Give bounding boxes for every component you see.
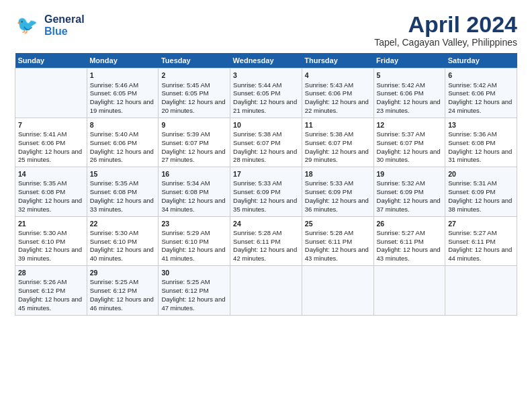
table-row: 14Sunrise: 5:35 AMSunset: 6:08 PMDayligh…: [15, 167, 517, 216]
day-number: 28: [18, 268, 84, 277]
col-sunday: Sunday: [15, 53, 87, 68]
logo-label: General Blue: [44, 13, 85, 37]
table-header-row: Sunday Monday Tuesday Wednesday Thursday…: [15, 53, 517, 68]
logo: 🐦 General Blue: [15, 12, 85, 39]
col-saturday: Saturday: [445, 53, 517, 68]
day-number: 11: [305, 120, 371, 130]
table-row: 7Sunrise: 5:41 AMSunset: 6:06 PMDaylight…: [15, 118, 517, 167]
list-item: 29Sunrise: 5:25 AMSunset: 6:12 PMDayligh…: [87, 266, 159, 315]
list-item: 23Sunrise: 5:29 AMSunset: 6:10 PMDayligh…: [159, 216, 230, 265]
day-number: 6: [448, 71, 514, 80]
day-number: 15: [90, 169, 156, 179]
day-number: 25: [305, 219, 371, 228]
day-number: 23: [161, 219, 227, 228]
list-item: 28Sunrise: 5:26 AMSunset: 6:12 PMDayligh…: [15, 266, 87, 315]
list-item: 9Sunrise: 5:39 AMSunset: 6:07 PMDaylight…: [159, 118, 230, 167]
list-item: 14Sunrise: 5:35 AMSunset: 6:08 PMDayligh…: [15, 167, 87, 216]
day-number: 7: [18, 120, 84, 130]
col-wednesday: Wednesday: [230, 53, 302, 68]
list-item: [373, 266, 445, 315]
list-item: 21Sunrise: 5:30 AMSunset: 6:10 PMDayligh…: [15, 216, 87, 265]
day-number: 29: [90, 268, 156, 277]
list-item: 3Sunrise: 5:44 AMSunset: 6:05 PMDaylight…: [230, 68, 302, 118]
day-number: 9: [161, 120, 227, 130]
logo-blue-text: Blue: [44, 26, 85, 38]
day-number: 26: [377, 219, 443, 228]
list-item: 2Sunrise: 5:45 AMSunset: 6:05 PMDaylight…: [159, 68, 230, 118]
svg-text:🐦: 🐦: [16, 14, 38, 36]
list-item: 1Sunrise: 5:46 AMSunset: 6:05 PMDaylight…: [87, 68, 159, 118]
day-number: 3: [233, 71, 299, 80]
list-item: 8Sunrise: 5:40 AMSunset: 6:06 PMDaylight…: [87, 118, 159, 167]
list-item: 16Sunrise: 5:34 AMSunset: 6:08 PMDayligh…: [159, 167, 230, 216]
calendar-table: Sunday Monday Tuesday Wednesday Thursday…: [15, 53, 517, 315]
list-item: 12Sunrise: 5:37 AMSunset: 6:07 PMDayligh…: [373, 118, 445, 167]
day-number: 30: [161, 268, 227, 277]
logo-general-text: General: [44, 13, 85, 26]
list-item: 11Sunrise: 5:38 AMSunset: 6:07 PMDayligh…: [302, 118, 373, 167]
day-number: 10: [233, 120, 299, 130]
table-row: 28Sunrise: 5:26 AMSunset: 6:12 PMDayligh…: [15, 266, 517, 315]
day-number: 20: [448, 169, 514, 179]
day-number: 14: [18, 169, 84, 179]
logo-bird-icon: 🐦: [15, 12, 42, 39]
list-item: 18Sunrise: 5:33 AMSunset: 6:09 PMDayligh…: [302, 167, 373, 216]
list-item: [302, 266, 373, 315]
day-number: 19: [377, 169, 443, 179]
list-item: 26Sunrise: 5:27 AMSunset: 6:11 PMDayligh…: [373, 216, 445, 265]
list-item: 17Sunrise: 5:33 AMSunset: 6:09 PMDayligh…: [230, 167, 302, 216]
list-item: [445, 266, 517, 315]
list-item: 27Sunrise: 5:27 AMSunset: 6:11 PMDayligh…: [445, 216, 517, 265]
list-item: 13Sunrise: 5:36 AMSunset: 6:08 PMDayligh…: [445, 118, 517, 167]
list-item: [15, 68, 87, 118]
day-number: 8: [90, 120, 156, 130]
list-item: 25Sunrise: 5:28 AMSunset: 6:11 PMDayligh…: [302, 216, 373, 265]
day-number: 1: [90, 71, 156, 80]
day-number: 24: [233, 219, 299, 228]
table-row: 1Sunrise: 5:46 AMSunset: 6:05 PMDaylight…: [15, 68, 517, 118]
list-item: 4Sunrise: 5:43 AMSunset: 6:06 PMDaylight…: [302, 68, 373, 118]
day-number: 4: [305, 71, 371, 80]
day-number: 18: [305, 169, 371, 179]
day-number: 13: [448, 120, 514, 130]
day-number: 27: [448, 219, 514, 228]
list-item: 6Sunrise: 5:42 AMSunset: 6:06 PMDaylight…: [445, 68, 517, 118]
title-block: April 2024 Tapel, Cagayan Valley, Philip…: [374, 12, 517, 48]
day-number: 12: [377, 120, 443, 130]
day-number: 2: [161, 71, 227, 80]
page-title: April 2024: [374, 12, 517, 37]
page-subtitle: Tapel, Cagayan Valley, Philippines: [374, 37, 517, 48]
day-number: 17: [233, 169, 299, 179]
page: 🐦 General Blue April 2024 Tapel, Cagayan…: [0, 0, 532, 411]
list-item: 30Sunrise: 5:25 AMSunset: 6:12 PMDayligh…: [159, 266, 230, 315]
list-item: 24Sunrise: 5:28 AMSunset: 6:11 PMDayligh…: [230, 216, 302, 265]
list-item: [230, 266, 302, 315]
table-row: 21Sunrise: 5:30 AMSunset: 6:10 PMDayligh…: [15, 216, 517, 265]
list-item: 5Sunrise: 5:42 AMSunset: 6:06 PMDaylight…: [373, 68, 445, 118]
list-item: 7Sunrise: 5:41 AMSunset: 6:06 PMDaylight…: [15, 118, 87, 167]
list-item: 22Sunrise: 5:30 AMSunset: 6:10 PMDayligh…: [87, 216, 159, 265]
day-number: 22: [90, 219, 156, 228]
list-item: 10Sunrise: 5:38 AMSunset: 6:07 PMDayligh…: [230, 118, 302, 167]
col-tuesday: Tuesday: [159, 53, 230, 68]
list-item: 20Sunrise: 5:31 AMSunset: 6:09 PMDayligh…: [445, 167, 517, 216]
list-item: 15Sunrise: 5:35 AMSunset: 6:08 PMDayligh…: [87, 167, 159, 216]
day-number: 21: [18, 219, 84, 228]
col-friday: Friday: [373, 53, 445, 68]
header: 🐦 General Blue April 2024 Tapel, Cagayan…: [15, 12, 517, 48]
col-monday: Monday: [87, 53, 159, 68]
day-number: 5: [377, 71, 443, 80]
list-item: 19Sunrise: 5:32 AMSunset: 6:09 PMDayligh…: [373, 167, 445, 216]
col-thursday: Thursday: [302, 53, 373, 68]
day-number: 16: [161, 169, 227, 179]
